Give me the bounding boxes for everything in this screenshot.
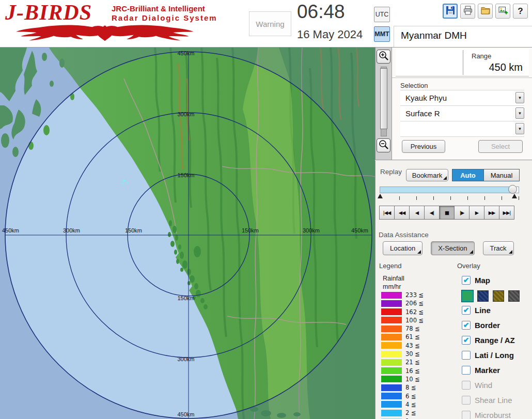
playback-fast-rewind-button[interactable]: ◀◀ <box>394 206 410 220</box>
lati-long-checkbox[interactable] <box>462 351 471 360</box>
timeline-tick <box>519 196 519 200</box>
legend-subtitle-2: mm/hr <box>383 283 401 290</box>
legend-color-swatch <box>381 300 402 307</box>
auto-mode-button[interactable]: Auto <box>452 169 484 181</box>
range-divider <box>463 50 463 75</box>
select-button[interactable]: Select <box>478 140 523 153</box>
zoom-in-button[interactable] <box>377 50 390 64</box>
bookmark-button[interactable]: Bookmark <box>406 169 448 181</box>
legend-row: 2 ≦ <box>381 409 424 416</box>
legend-title: Legend <box>379 262 401 270</box>
playback-play-button[interactable]: ▶ <box>469 206 484 220</box>
overlay-item-border[interactable]: ✔Border <box>462 320 529 330</box>
range-ring-label: 450km <box>177 50 194 56</box>
legend-value: 4 ≦ <box>405 401 416 408</box>
legend-value: 61 ≦ <box>405 333 420 340</box>
replay-slider-thumb[interactable] <box>508 185 517 194</box>
map-style-olive-swatch[interactable] <box>493 290 504 302</box>
border-checkbox[interactable]: ✔ <box>462 321 471 330</box>
legend-color-swatch <box>381 351 402 358</box>
x-section-button[interactable]: X-Section <box>431 241 474 255</box>
zoom-out-button[interactable] <box>377 138 390 152</box>
overlay-item-range-az[interactable]: ✔Range / AZ <box>462 335 529 345</box>
open-folder-button[interactable] <box>478 4 493 19</box>
playback-skip-to-end-button[interactable]: ▶▶| <box>499 206 514 220</box>
site-combo[interactable]: Kyauk Phyu ▼ <box>400 90 524 106</box>
manual-mode-button[interactable]: Manual <box>484 169 520 181</box>
export-image-button[interactable] <box>495 4 510 19</box>
save-button[interactable] <box>443 4 458 19</box>
marker-checkbox[interactable] <box>462 366 471 375</box>
overlay-item-microburst[interactable]: Microburst <box>462 410 529 419</box>
product-combo-dropdown-button[interactable]: ▼ <box>515 107 524 119</box>
legend-value: 6 ≦ <box>405 393 416 400</box>
range-ring-label: 300km <box>303 227 320 234</box>
microburst-checkbox[interactable] <box>462 411 471 419</box>
app-logo-tagline1: JRC-Brilliant & Intelligent <box>112 4 205 13</box>
save-icon <box>445 5 456 17</box>
chevron-down-icon: ▼ <box>518 127 522 131</box>
product-combo[interactable]: Surface R ▼ <box>400 106 524 121</box>
legend-value: 233 ≦ <box>405 291 424 299</box>
playback-skip-to-start-button[interactable]: |◀◀ <box>379 206 395 220</box>
map-style-green-swatch[interactable] <box>462 290 473 302</box>
wind-checkbox[interactable] <box>462 381 471 390</box>
extra-combo-dropdown-button[interactable]: ▼ <box>515 123 524 134</box>
zoom-slider[interactable] <box>381 67 387 136</box>
data-assistance-buttons: LocationX-SectionTrack <box>383 241 514 255</box>
track-button[interactable]: Track <box>483 241 514 255</box>
selection-label: Selection <box>400 82 428 89</box>
utc-button[interactable]: UTC <box>374 7 390 22</box>
legend-value: 100 ≦ <box>405 317 424 324</box>
selection-combos: Kyauk Phyu ▼ Surface R ▼ ▼ <box>400 90 524 137</box>
map-checkbox[interactable]: ✔ <box>462 276 471 285</box>
zoom-out-icon <box>378 139 389 152</box>
legend-color-swatch <box>381 376 402 382</box>
mmt-button[interactable]: MMT <box>374 26 390 42</box>
legend-row: 4 ≦ <box>381 401 424 408</box>
legend-row: 16 ≦ <box>381 367 424 375</box>
warning-status: Warning <box>249 11 291 36</box>
playback-step-back-button[interactable]: ◀| <box>424 206 440 220</box>
legend-value: 8 ≦ <box>405 384 416 391</box>
playback-step-forward-button[interactable]: |▶ <box>454 206 470 220</box>
overlay-item-wind[interactable]: Wind <box>462 380 529 390</box>
range-az-checkbox[interactable]: ✔ <box>462 336 471 345</box>
legend-value: 43 ≦ <box>405 342 420 349</box>
playback-stop-button[interactable]: ■ <box>439 206 455 220</box>
replay-progress-fill <box>380 187 513 193</box>
overlay-label: Microburst <box>475 411 511 419</box>
playback-fast-forward-button[interactable]: ▶▶ <box>484 206 499 220</box>
site-combo-dropdown-button[interactable]: ▼ <box>515 92 524 103</box>
zoom-in-icon <box>378 50 389 63</box>
legend-value: 206 ≦ <box>405 300 424 307</box>
legend-value: 21 ≦ <box>405 359 420 366</box>
shear-line-checkbox[interactable] <box>462 396 471 405</box>
map-style-navy-swatch[interactable] <box>477 290 489 302</box>
print-icon <box>463 5 473 17</box>
map-style-gray-swatch[interactable] <box>508 290 520 302</box>
legend-value: 10 ≦ <box>405 376 420 383</box>
legend-row: 233 ≦ <box>381 291 424 299</box>
timeline-tick <box>450 196 451 200</box>
help-button[interactable]: ? <box>513 4 528 19</box>
overlay-item-lati-long[interactable]: Lati / Long <box>462 350 529 360</box>
overlay-item-map[interactable]: ✔Map <box>462 275 529 285</box>
radar-map-view[interactable]: 450km300km150km150km300km450km450km300km… <box>0 48 375 419</box>
replay-timeline-slider[interactable] <box>380 187 519 193</box>
overlay-item-marker[interactable]: Marker <box>462 365 529 375</box>
location-button[interactable]: Location <box>383 241 423 255</box>
site-combo-value: Kyauk Phyu <box>405 94 447 102</box>
print-button[interactable] <box>460 4 475 19</box>
playback-play-reverse-button[interactable]: ◀ <box>409 206 425 220</box>
radar-map[interactable]: 450km300km150km150km300km450km450km300km… <box>0 48 375 419</box>
zoom-strip <box>375 48 392 161</box>
zoom-slider-thumb[interactable] <box>380 68 387 129</box>
previous-button[interactable]: Previous <box>402 140 445 153</box>
legend-color-swatch <box>381 384 402 391</box>
overlay-item-line[interactable]: ✔Line <box>462 305 529 315</box>
overlay-item-shear-line[interactable]: Shear Line <box>462 395 529 405</box>
extra-combo[interactable]: ▼ <box>400 121 524 137</box>
legend-color-swatch <box>381 325 402 332</box>
line-checkbox[interactable]: ✔ <box>462 306 471 315</box>
